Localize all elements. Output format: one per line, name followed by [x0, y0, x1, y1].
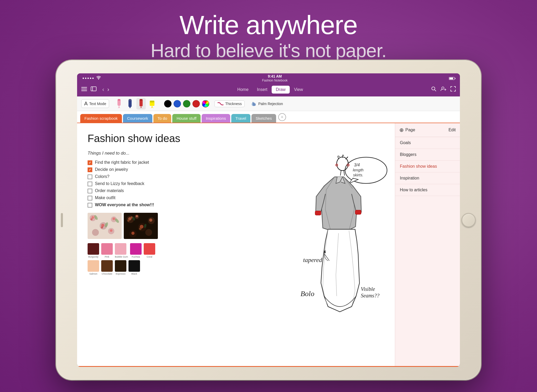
- swatch-salmon: Salmon: [88, 260, 99, 275]
- text-mode-label: Text Mode: [89, 102, 106, 106]
- page-label: Page: [405, 128, 415, 132]
- fullscreen-icon[interactable]: [450, 86, 456, 93]
- sidebar-item-inspiration[interactable]: Inspiration: [395, 172, 460, 184]
- hamburger-icon[interactable]: [81, 86, 87, 92]
- color-black[interactable]: [164, 100, 171, 107]
- tab-coursework[interactable]: Coursework: [123, 114, 152, 123]
- pen-tools: [114, 98, 157, 110]
- svg-text:skirts.: skirts.: [353, 173, 363, 177]
- sidebar-icon[interactable]: [91, 86, 96, 92]
- menu-home[interactable]: Home: [233, 86, 253, 94]
- color-red[interactable]: [192, 100, 200, 107]
- tab-travel[interactable]: Travel: [231, 114, 250, 123]
- svg-rect-3: [91, 87, 96, 91]
- sidebar-header: ⊕ Page Edit: [395, 123, 460, 137]
- add-tab-button[interactable]: +: [278, 113, 286, 121]
- palm-rejection-label: Palm Rejection: [258, 102, 283, 106]
- menu-insert[interactable]: Insert: [253, 86, 272, 94]
- color-blue[interactable]: [174, 100, 181, 107]
- svg-marker-20: [151, 106, 153, 108]
- tab-inspirations[interactable]: Inspirations: [202, 114, 230, 123]
- add-user-icon[interactable]: [441, 86, 446, 92]
- svg-text:length: length: [353, 168, 364, 172]
- sidebar-item-bloggers[interactable]: Bloggers: [395, 149, 460, 161]
- checkbox-5[interactable]: [88, 189, 92, 193]
- back-icon[interactable]: ‹: [102, 86, 104, 93]
- color-tools: [164, 100, 209, 107]
- text-mode-button[interactable]: A Text Mode: [81, 99, 109, 108]
- thickness-button[interactable]: Thickness: [214, 100, 245, 107]
- svg-marker-17: [140, 106, 142, 108]
- todo-text-6: Make outfit: [95, 195, 115, 200]
- swatch-pink: Pink: [101, 243, 113, 258]
- svg-text:tapered: tapered: [303, 257, 322, 263]
- sidebar-item-goals[interactable]: Goals: [395, 137, 460, 149]
- color-green[interactable]: [183, 100, 190, 107]
- tab-todo[interactable]: To do: [153, 114, 171, 123]
- svg-line-6: [434, 90, 436, 91]
- swatch-coral: Coral: [144, 243, 155, 258]
- svg-point-42: [127, 220, 130, 222]
- svg-point-5: [432, 87, 435, 90]
- checkbox-4[interactable]: [88, 182, 92, 186]
- swatch-burgundy: Burgundy: [88, 243, 99, 258]
- menu-draw[interactable]: Draw: [272, 86, 290, 94]
- page-add-button[interactable]: ⊕ Page: [399, 127, 415, 133]
- menu-view[interactable]: View: [290, 86, 307, 94]
- page-title: Fashion show ideas: [88, 133, 384, 144]
- battery-icon: [449, 76, 455, 80]
- toolbar-left: ‹ ›: [81, 86, 109, 93]
- forward-icon[interactable]: ›: [107, 86, 109, 93]
- sidebar-item-how-to[interactable]: How to articles: [395, 184, 460, 196]
- swatch-black: Black: [128, 260, 140, 275]
- tab-sketches[interactable]: Sketches: [251, 114, 276, 123]
- svg-text:Bolo: Bolo: [300, 290, 314, 298]
- svg-text:Visible: Visible: [361, 286, 375, 292]
- checkbox-1[interactable]: [88, 160, 92, 165]
- svg-point-46: [139, 227, 142, 230]
- hero-title: Write anywhere: [0, 10, 537, 39]
- checkbox-6[interactable]: [88, 196, 92, 200]
- hero-section: Write anywhere Hard to believe it's not …: [0, 0, 537, 62]
- svg-rect-18: [140, 99, 142, 101]
- tab-housestuff[interactable]: House stuff: [172, 114, 201, 123]
- svg-point-61: [337, 157, 348, 171]
- pink-brush-tool[interactable]: [114, 98, 124, 110]
- red-marker-tool[interactable]: [136, 98, 146, 110]
- tab-fashion-scrapbook[interactable]: Fashion scrapbook: [80, 114, 122, 123]
- svg-rect-0: [81, 87, 87, 88]
- ipad-device: ●●●●● 9:41 AM Fashion Notebook: [56, 60, 481, 380]
- volume-button: [61, 213, 63, 227]
- palm-rejection-button[interactable]: Palm Rejection: [248, 100, 286, 108]
- svg-text:Seams??: Seams??: [361, 293, 379, 298]
- checkbox-2[interactable]: [88, 167, 92, 172]
- svg-point-43: [131, 216, 133, 219]
- main-content: Fashion show ideas Things I need to do..…: [77, 123, 460, 367]
- thickness-label: Thickness: [225, 102, 242, 106]
- svg-point-50: [131, 232, 135, 235]
- color-picker[interactable]: [202, 100, 209, 107]
- signal-dots: ●●●●●: [82, 76, 94, 80]
- svg-point-33: [92, 229, 99, 236]
- checkbox-7[interactable]: [88, 203, 92, 208]
- blue-pen-tool[interactable]: [125, 98, 135, 110]
- hero-subtitle: Hard to believe it's not paper.: [0, 39, 537, 62]
- tabs-bar: Fashion scrapbook Coursework To do House…: [77, 111, 460, 123]
- svg-point-51: [145, 229, 152, 236]
- status-time: 9:41 AM: [262, 74, 287, 78]
- home-button[interactable]: [461, 213, 476, 227]
- todo-text-3: Colors?: [95, 174, 109, 179]
- checkbox-3[interactable]: [88, 175, 92, 179]
- svg-rect-67: [355, 210, 361, 214]
- yellow-highlighter-tool[interactable]: [147, 98, 157, 110]
- svg-marker-11: [118, 106, 120, 108]
- sidebar-item-fashion-show-ideas[interactable]: Fashion show ideas: [395, 161, 460, 172]
- menu-bar: Home Insert Draw View: [233, 86, 307, 94]
- search-icon[interactable]: [431, 86, 436, 93]
- svg-point-35: [110, 229, 112, 232]
- todo-text-7: WOW everyone at the show!!!: [95, 203, 154, 207]
- status-left: ●●●●●: [82, 76, 101, 80]
- fashion-sketch: 3/4 length skirts.: [282, 149, 392, 328]
- edit-button[interactable]: Edit: [448, 128, 456, 132]
- fabric-image-1: [88, 213, 122, 239]
